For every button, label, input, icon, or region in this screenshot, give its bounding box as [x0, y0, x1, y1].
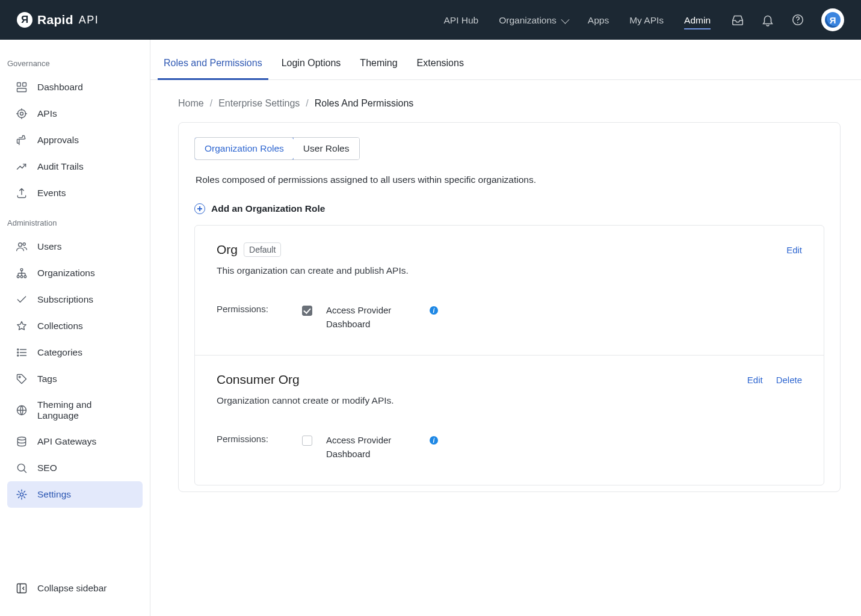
role-title: Org — [217, 242, 238, 257]
nav-api-hub[interactable]: API Hub — [443, 3, 478, 37]
permissions-label: Permissions: — [217, 304, 295, 314]
logo[interactable]: R Rapid API — [17, 12, 99, 28]
sidebar-item-label: Tags — [37, 374, 57, 384]
sidebar-item-events[interactable]: Events — [7, 180, 143, 206]
sidebar-item-label: Events — [37, 188, 66, 199]
grid-icon — [16, 81, 28, 93]
collapse-icon — [16, 582, 28, 594]
logo-mark-icon: R — [17, 12, 32, 28]
trend-icon — [16, 161, 28, 173]
content: Roles and PermissionsLogin OptionsThemin… — [150, 40, 861, 616]
sidebar-item-settings[interactable]: Settings — [7, 481, 143, 508]
check-icon — [16, 294, 28, 306]
edit-role-button[interactable]: Edit — [786, 245, 802, 255]
permissions-label: Permissions: — [217, 434, 295, 444]
breadcrumb-home[interactable]: Home — [178, 98, 204, 109]
list-icon — [16, 346, 28, 359]
breadcrumb-enterprise-settings[interactable]: Enterprise Settings — [218, 98, 300, 109]
sidebar-section-label: Governance — [0, 55, 150, 74]
nav-label: Admin — [684, 15, 711, 26]
bell-icon[interactable] — [761, 13, 774, 26]
sidebar-item-tags[interactable]: Tags — [7, 366, 143, 392]
sidebar-item-label: Approvals — [37, 135, 79, 146]
sidebar-section-label: Administration — [0, 215, 150, 233]
sidebar-item-approvals[interactable]: Approvals — [7, 127, 143, 153]
brand-name: Rapid — [37, 13, 73, 27]
delete-role-button[interactable]: Delete — [776, 375, 802, 385]
sidebar-item-seo[interactable]: SEO — [7, 455, 143, 481]
thumb-icon — [16, 134, 28, 146]
sidebar-item-label: Users — [37, 241, 61, 252]
settings-sub-tabs: Roles and PermissionsLogin OptionsThemin… — [150, 40, 861, 80]
role-tab-user-roles[interactable]: User Roles — [294, 138, 359, 159]
tab-roles-and-permissions[interactable]: Roles and Permissions — [162, 53, 264, 79]
sidebar-item-categories[interactable]: Categories — [7, 339, 143, 366]
add-organization-role-button[interactable]: Add an Organization Role — [194, 203, 824, 214]
header-icons: R — [731, 8, 844, 31]
role-card: OrgDefaultEditThis organization can crea… — [195, 226, 824, 356]
nav-my-apis[interactable]: My APIs — [629, 3, 664, 37]
gear-icon — [16, 488, 28, 500]
add-role-label: Add an Organization Role — [211, 203, 325, 214]
nav-label: API Hub — [443, 15, 478, 26]
sidebar-item-dashboard[interactable]: Dashboard — [7, 74, 143, 100]
sidebar: GovernanceDashboardAPIsApprovalsAudit Tr… — [0, 40, 150, 616]
db-icon — [16, 436, 28, 448]
roles-list: OrgDefaultEditThis organization can crea… — [194, 225, 824, 485]
default-badge: Default — [244, 242, 281, 257]
sidebar-item-label: Categories — [37, 347, 82, 358]
permission-checkbox[interactable] — [302, 306, 312, 316]
breadcrumb: Home/Enterprise Settings/Roles And Permi… — [178, 98, 841, 109]
role-tab-organization-roles[interactable]: Organization Roles — [194, 137, 294, 160]
role-card: Consumer OrgEditDeleteOrganization canno… — [195, 356, 824, 485]
nav-label: Organizations — [499, 15, 557, 26]
sidebar-item-label: Settings — [37, 489, 71, 500]
star-icon — [16, 320, 28, 332]
search-icon — [16, 462, 28, 474]
edit-role-button[interactable]: Edit — [747, 375, 763, 385]
sidebar-item-label: Dashboard — [37, 82, 83, 93]
nav-admin[interactable]: Admin — [684, 3, 711, 37]
globe-icon — [16, 404, 28, 416]
sidebar-item-label: Theming and Language — [37, 399, 134, 421]
permission-checkbox[interactable] — [302, 436, 312, 446]
brand-suffix: API — [79, 14, 99, 26]
tab-extensions[interactable]: Extensions — [416, 53, 465, 79]
plus-circle-icon — [194, 203, 205, 214]
sidebar-item-organizations[interactable]: Organizations — [7, 260, 143, 286]
sidebar-item-users[interactable]: Users — [7, 233, 143, 260]
inbox-icon[interactable] — [731, 13, 744, 26]
tab-theming[interactable]: Theming — [359, 53, 398, 79]
sidebar-item-collections[interactable]: Collections — [7, 313, 143, 339]
main-nav: API HubOrganizationsAppsMy APIsAdmin — [443, 3, 711, 37]
upload-icon — [16, 187, 28, 199]
role-description: Organization cannot create or modify API… — [217, 395, 802, 406]
breadcrumb-roles-and-permissions: Roles And Permissions — [315, 98, 414, 109]
tag-icon — [16, 373, 28, 385]
breadcrumb-separator: / — [210, 98, 212, 109]
sidebar-item-subscriptions[interactable]: Subscriptions — [7, 286, 143, 313]
breadcrumb-separator: / — [306, 98, 308, 109]
sidebar-item-label: APIs — [37, 108, 57, 119]
role-description: This organization can create and publish… — [217, 265, 802, 276]
tab-login-options[interactable]: Login Options — [280, 53, 342, 79]
sidebar-item-audit-trails[interactable]: Audit Trails — [7, 153, 143, 180]
sidebar-item-label: Collections — [37, 321, 83, 331]
sidebar-item-label: SEO — [37, 463, 57, 473]
nav-apps[interactable]: Apps — [588, 3, 609, 37]
info-icon[interactable]: i — [430, 436, 438, 445]
nav-label: Apps — [588, 15, 609, 26]
sidebar-item-label: Subscriptions — [37, 294, 93, 305]
users-icon — [16, 241, 28, 253]
sidebar-item-apis[interactable]: APIs — [7, 100, 143, 127]
tree-icon — [16, 267, 28, 279]
sidebar-item-label: Audit Trails — [37, 161, 84, 172]
help-icon[interactable] — [791, 13, 804, 26]
sidebar-item-api-gateways[interactable]: API Gateways — [7, 428, 143, 455]
roles-panel: Organization RolesUser Roles Roles compo… — [178, 122, 841, 492]
collapse-sidebar[interactable]: Collapse sidebar — [7, 576, 143, 600]
sidebar-item-theming-and-language[interactable]: Theming and Language — [7, 392, 143, 428]
nav-organizations[interactable]: Organizations — [499, 3, 567, 37]
avatar[interactable]: R — [821, 8, 844, 31]
info-icon[interactable]: i — [430, 306, 438, 315]
